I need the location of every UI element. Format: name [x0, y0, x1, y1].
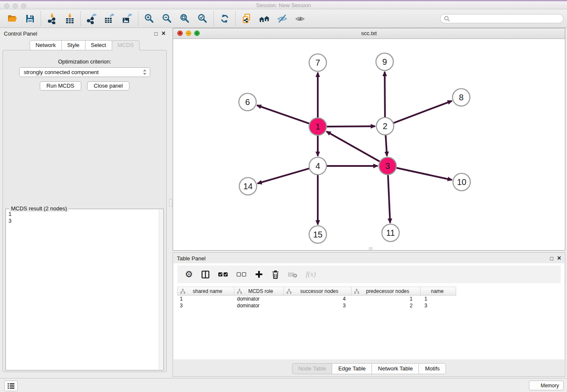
- zoom-in-button[interactable]: [140, 11, 158, 27]
- main-toolbar: [0, 9, 567, 28]
- table-row[interactable]: 3dominator323: [177, 302, 564, 309]
- search-input[interactable]: [452, 15, 560, 22]
- export-table-button[interactable]: [101, 11, 118, 27]
- tab-motifs[interactable]: Motifs: [418, 363, 446, 374]
- tree-icon: [237, 289, 242, 294]
- tab-node-table[interactable]: Node Table: [292, 363, 333, 374]
- delete-column-icon[interactable]: [271, 270, 280, 279]
- column-header-successor-nodes[interactable]: successor nodes: [284, 287, 352, 295]
- gear-icon[interactable]: [185, 270, 193, 279]
- mcds-result-text[interactable]: 1 3: [6, 209, 163, 226]
- column-header-name[interactable]: name: [421, 287, 456, 295]
- float-table-panel-icon[interactable]: [550, 256, 553, 261]
- mcds-result-box: MCDS result (2 nodes) 1 3: [6, 209, 164, 370]
- hide-selected-button[interactable]: [273, 11, 291, 27]
- edge-4-14[interactable]: [258, 168, 310, 183]
- add-column-icon[interactable]: [255, 270, 263, 279]
- network-window-titlebar[interactable]: scc.txt: [173, 28, 565, 39]
- tab-network[interactable]: Network: [30, 40, 62, 50]
- column-header-mcds-role[interactable]: MCDS role: [234, 287, 284, 295]
- zoom-selected-icon: [197, 13, 208, 24]
- houses-layout-icon: [259, 13, 270, 24]
- tab-edge-table[interactable]: Edge Table: [332, 363, 372, 374]
- graph-node-7[interactable]: 7: [309, 54, 327, 72]
- node-label: 1: [315, 122, 320, 131]
- table-panel: Table Panel: [173, 252, 565, 377]
- close-panel-icon[interactable]: [162, 30, 165, 36]
- edge-3-10[interactable]: [396, 168, 452, 180]
- view-resize-grip[interactable]: [369, 247, 372, 250]
- edge-3-1[interactable]: [326, 132, 380, 162]
- edge-1-6[interactable]: [257, 105, 310, 124]
- tab-mcds[interactable]: MCDS: [112, 40, 140, 50]
- import-network-icon: [47, 13, 58, 24]
- show-all-button[interactable]: [291, 11, 309, 27]
- scrollbar[interactable]: [159, 210, 163, 370]
- column-header-shared-name[interactable]: shared name: [177, 287, 234, 295]
- run-mcds-button[interactable]: Run MCDS: [40, 81, 81, 91]
- node-label: 9: [382, 57, 387, 66]
- import-network-button[interactable]: [43, 11, 61, 27]
- copy-network-button[interactable]: [238, 11, 256, 27]
- column-label: name: [423, 288, 456, 294]
- graph-node-8[interactable]: 8: [453, 89, 470, 106]
- edge-2-8[interactable]: [393, 101, 452, 123]
- zoom-out-button[interactable]: [158, 11, 176, 27]
- graph-canvas[interactable]: 7968124314101511: [173, 39, 565, 251]
- graph-node-11[interactable]: 11: [382, 224, 399, 242]
- zoom-out-icon: [162, 13, 173, 24]
- delete-table-icon[interactable]: [288, 270, 298, 279]
- criterion-select[interactable]: strongly connected component: [19, 67, 150, 77]
- edge-1-2[interactable]: [326, 126, 375, 127]
- export-image-button[interactable]: [118, 11, 136, 27]
- refresh-view-button[interactable]: [216, 11, 234, 27]
- table-row[interactable]: 1dominator411: [177, 295, 564, 302]
- toolbar-separator: [213, 11, 214, 26]
- panel-divider[interactable]: [169, 28, 173, 378]
- table-header-row: shared nameMCDS rolesuccessor nodesprede…: [177, 287, 456, 295]
- select-all-checkboxes-icon[interactable]: [218, 270, 228, 279]
- close-table-panel-icon[interactable]: [557, 255, 561, 261]
- task-history-button[interactable]: [4, 381, 18, 391]
- divider-grip[interactable]: [169, 199, 172, 207]
- zoom-selected-button[interactable]: [194, 11, 212, 27]
- tab-network-table[interactable]: Network Table: [372, 363, 419, 374]
- function-builder-icon[interactable]: [306, 270, 316, 279]
- float-panel-icon[interactable]: [154, 31, 158, 36]
- edge-3-11[interactable]: [388, 174, 390, 223]
- clear-checkboxes-icon[interactable]: [237, 270, 247, 279]
- node-label: 3: [385, 161, 390, 171]
- close-panel-button[interactable]: Close panel: [87, 81, 130, 91]
- import-table-icon: [64, 13, 75, 24]
- edge-2-9[interactable]: [385, 72, 385, 118]
- node-label: 7: [315, 58, 320, 67]
- column-header-predecessor-nodes[interactable]: predecessor nodes: [352, 287, 421, 295]
- graph-node-4[interactable]: 4: [309, 157, 327, 175]
- graph-node-2[interactable]: 2: [377, 118, 394, 135]
- export-network-button[interactable]: [83, 11, 101, 27]
- search-box[interactable]: [440, 14, 564, 23]
- graph-node-9[interactable]: 9: [376, 53, 394, 71]
- tab-style[interactable]: Style: [61, 40, 85, 50]
- zoom-fit-button[interactable]: [176, 11, 194, 27]
- open-session-button[interactable]: [3, 11, 21, 27]
- memory-button[interactable]: Memory: [529, 381, 564, 390]
- table-toolbar: [177, 265, 561, 283]
- cell-predecessor-nodes: 2: [352, 303, 421, 309]
- split-columns-icon[interactable]: [201, 270, 210, 279]
- toolbar-separator: [138, 11, 139, 26]
- graph-node-10[interactable]: 10: [453, 174, 471, 191]
- graph-edges: [257, 72, 452, 224]
- import-table-button[interactable]: [61, 11, 79, 27]
- graph-node-6[interactable]: 6: [239, 94, 256, 111]
- control-panel-tabs: NetworkStyleSelectMCDS: [0, 40, 169, 50]
- graph-node-15[interactable]: 15: [309, 226, 327, 243]
- houses-layout-button[interactable]: [256, 11, 273, 27]
- edge-2-3[interactable]: [385, 134, 387, 156]
- graph-node-1[interactable]: 1: [309, 118, 327, 135]
- graph-node-3[interactable]: 3: [379, 157, 396, 175]
- save-session-button[interactable]: [21, 11, 39, 27]
- tab-select[interactable]: Select: [85, 40, 112, 50]
- toolbar-separator: [41, 11, 41, 26]
- graph-node-14[interactable]: 14: [239, 178, 257, 195]
